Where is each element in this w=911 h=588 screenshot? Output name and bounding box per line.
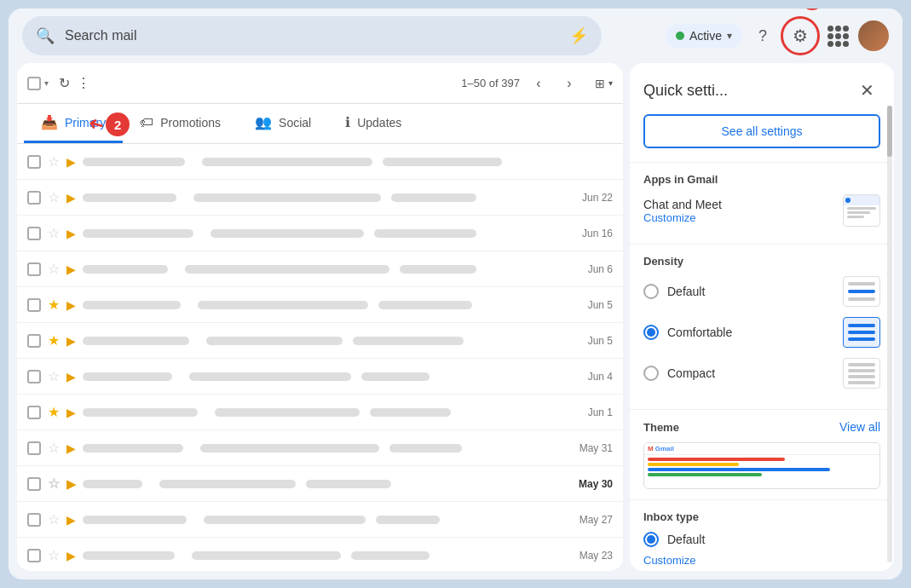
filter-icon[interactable]: ⚡ [569,26,588,45]
density-comfortable-radio[interactable] [643,325,659,340]
more-button[interactable]: ⋮ [77,75,90,91]
table-row[interactable]: ☆ ▶ May 30 [17,466,623,502]
view-dropdown-icon: ▾ [608,78,613,88]
star-icon[interactable]: ☆ [48,153,60,170]
star-icon[interactable]: ☆ [48,225,60,241]
row-checkbox[interactable] [27,406,41,419]
subject-blur [215,408,360,417]
scrollbar[interactable] [887,106,892,562]
density-default-option[interactable]: Default [643,276,880,307]
theme-section-title: Theme [643,421,679,434]
table-row[interactable]: ☆ ▶ Jun 22 [17,180,623,216]
inbox-default-radio[interactable] [643,532,659,547]
star-icon[interactable]: ☆ [48,511,60,527]
email-date: Jun 5 [566,335,613,347]
inbox-customize-link[interactable]: Customize [643,554,880,567]
inbox-default-label: Default [667,533,880,546]
customize-link[interactable]: Customize [643,211,722,224]
star-icon[interactable]: ☆ [48,547,60,563]
table-row[interactable]: ☆ ▶ Jun 16 [17,216,623,251]
density-compact-radio[interactable] [643,366,659,381]
search-bar[interactable]: 🔍 Search mail ⚡ [22,16,602,55]
forward-icon: ▶ [66,298,76,312]
forward-icon: ▶ [66,406,76,419]
star-icon[interactable]: ☆ [48,368,60,384]
theme-preview[interactable]: M Gmail [643,442,880,489]
inbox-default-option[interactable]: Default [643,532,880,547]
star-icon[interactable]: ☆ [48,189,60,205]
table-row[interactable]: ★ ▶ Jun 5 [17,287,623,323]
tab-promotions[interactable]: 🏷 Promotions [123,104,238,143]
star-icon[interactable]: ★ [48,404,60,420]
close-button[interactable]: ✕ [853,77,880,104]
email-content [83,408,559,417]
select-dropdown-icon[interactable]: ▾ [44,78,49,88]
select-all-area[interactable]: ▾ [27,77,49,90]
star-icon[interactable]: ☆ [48,476,60,492]
email-date: Jun 22 [566,192,613,204]
view-all-button[interactable]: View all [839,420,880,434]
email-content [83,229,559,238]
tab-primary-label: Primary [65,116,106,130]
row-checkbox[interactable] [27,155,41,169]
refresh-button[interactable]: ↻ [59,75,70,91]
next-page-button[interactable]: › [557,72,581,95]
table-row[interactable]: ☆ ▶ May 27 [17,502,623,538]
email-date: May 23 [566,550,613,562]
table-row[interactable]: ☆ ▶ [17,144,623,180]
star-icon[interactable]: ★ [48,332,60,349]
content-area: ▾ ↻ ⋮ 1–50 of 397 ‹ › ⊞ ▾ 📥 P [9,63,902,579]
star-icon[interactable]: ☆ [48,261,60,277]
preview-blur [391,193,476,202]
table-row[interactable]: ★ ▶ Jun 1 [17,395,623,430]
row-checkbox[interactable] [27,334,41,348]
theme-top-bar: M Gmail [644,443,879,455]
email-content [83,337,559,345]
subject-blur [185,265,389,274]
tab-updates[interactable]: ℹ Updates [328,104,418,143]
star-icon[interactable]: ☆ [48,440,60,456]
row-checkbox[interactable] [27,513,41,527]
row-checkbox[interactable] [27,191,41,205]
tab-social[interactable]: 👥 Social [238,104,328,143]
density-compact-option[interactable]: Compact [643,358,880,389]
tab-primary[interactable]: 📥 Primary [24,104,123,143]
table-row[interactable]: ★ ▶ Jun 5 [17,323,623,359]
row-checkbox[interactable] [27,298,41,312]
table-row[interactable]: ☆ ▶ Jun 6 [17,251,623,287]
density-default-radio[interactable] [643,284,659,299]
grid-icon [827,26,849,47]
sender-blur [83,480,142,488]
view-options-button[interactable]: ⊞ ▾ [595,77,613,90]
theme-row-yellow [648,463,739,466]
table-row[interactable]: ☆ ▶ May 23 [17,538,623,571]
see-all-settings-button[interactable]: See all settings [643,114,880,148]
row-checkbox[interactable] [27,262,41,276]
row-checkbox[interactable] [27,370,41,383]
apps-button[interactable] [821,19,855,53]
view-icon: ⊞ [595,77,605,90]
gmail-container: 🔍 Search mail ⚡ Active ▾ ? ⚙ 1 ➜ [9,9,902,579]
table-row[interactable]: ☆ ▶ May 31 [17,430,623,466]
density-comfortable-label: Comfortable [667,326,834,339]
settings-button[interactable]: ⚙ 1 ➜ [783,19,817,53]
select-all-checkbox[interactable] [27,77,41,90]
row-checkbox[interactable] [27,477,41,491]
row-checkbox[interactable] [27,441,41,455]
email-date: Jun 6 [566,263,613,275]
scrollbar-thumb[interactable] [887,106,892,157]
email-content [83,158,559,166]
help-button[interactable]: ? [746,19,780,53]
density-comfortable-option[interactable]: Comfortable [643,317,880,348]
avatar[interactable] [858,20,889,51]
star-icon[interactable]: ★ [48,297,60,313]
forward-icon: ▶ [66,513,76,527]
row-checkbox[interactable] [27,549,41,562]
email-date: Jun 4 [566,371,613,383]
active-badge[interactable]: Active ▾ [666,24,742,48]
apps-section-title: Apps in Gmail [643,173,880,186]
row-checkbox[interactable] [27,227,41,240]
table-row[interactable]: ☆ ▶ Jun 4 [17,359,623,395]
prev-page-button[interactable]: ‹ [527,72,551,95]
email-date: Jun 16 [566,228,613,239]
